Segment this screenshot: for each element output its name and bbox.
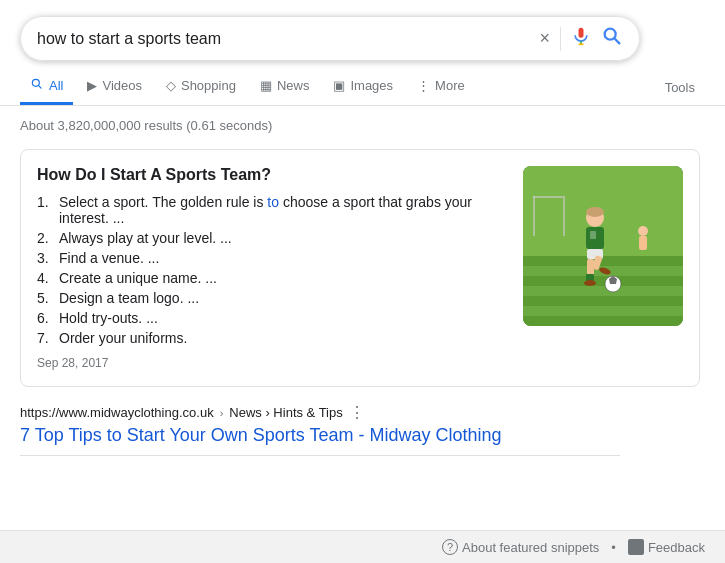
feedback-button[interactable]: Feedback — [628, 539, 705, 555]
list-item: 5. Design a team logo. ... — [37, 290, 507, 306]
svg-rect-26 — [533, 196, 535, 236]
more-icon: ⋮ — [417, 78, 430, 93]
list-num: 6. — [37, 310, 55, 326]
snippet-list: 1. Select a sport. The golden rule is to… — [37, 194, 507, 346]
svg-rect-13 — [639, 236, 647, 250]
feedback-label: Feedback — [648, 540, 705, 555]
result-title-link[interactable]: 7 Top Tips to Start Your Own Sports Team… — [20, 425, 502, 445]
search-submit-icon[interactable] — [601, 25, 623, 52]
svg-point-22 — [584, 280, 596, 286]
snippet-title: How Do I Start A Sports Team? — [37, 166, 507, 184]
shopping-icon: ◇ — [166, 78, 176, 93]
tab-shopping[interactable]: ◇ Shopping — [156, 70, 246, 104]
list-item: 2. Always play at your level. ... — [37, 230, 507, 246]
svg-rect-10 — [523, 286, 683, 296]
snippet-date: Sep 28, 2017 — [37, 356, 507, 370]
tab-more[interactable]: ⋮ More — [407, 70, 475, 104]
news-icon: ▦ — [260, 78, 272, 93]
breadcrumb: News › Hints & Tips — [229, 405, 342, 420]
tab-images-label: Images — [350, 78, 393, 93]
help-icon: ? — [442, 539, 458, 555]
tab-news[interactable]: ▦ News — [250, 70, 320, 104]
nav-tabs: All ▶ Videos ◇ Shopping ▦ News ▣ Images … — [0, 61, 725, 106]
search-bar-wrapper: × — [0, 0, 725, 61]
tab-more-label: More — [435, 78, 465, 93]
tools-button[interactable]: Tools — [655, 72, 705, 103]
list-text: Order your uniforms. — [59, 330, 187, 346]
svg-rect-17 — [590, 231, 596, 239]
list-num: 3. — [37, 250, 55, 266]
svg-rect-11 — [523, 306, 683, 316]
list-num: 5. — [37, 290, 55, 306]
svg-point-12 — [638, 226, 648, 236]
svg-rect-0 — [579, 28, 584, 38]
tab-all[interactable]: All — [20, 69, 73, 105]
footer-dot: • — [611, 540, 616, 555]
videos-icon: ▶ — [87, 78, 97, 93]
snippet-content: How Do I Start A Sports Team? 1. Select … — [37, 166, 507, 370]
divider — [560, 27, 561, 51]
list-item: 7. Order your uniforms. — [37, 330, 507, 346]
tab-videos-label: Videos — [102, 78, 142, 93]
svg-rect-27 — [533, 196, 563, 198]
svg-point-15 — [586, 207, 604, 217]
list-item: 6. Hold try-outs. ... — [37, 310, 507, 326]
search-input[interactable] — [37, 30, 539, 48]
svg-line-6 — [38, 85, 41, 88]
results-area: About 3,820,000,000 results (0.61 second… — [0, 106, 725, 456]
url-text: https://www.midwayclothing.co.uk — [20, 405, 214, 420]
clear-icon[interactable]: × — [539, 28, 550, 49]
list-item: 3. Find a venue. ... — [37, 250, 507, 266]
list-num: 1. — [37, 194, 55, 226]
svg-line-4 — [614, 38, 619, 43]
images-icon: ▣ — [333, 78, 345, 93]
list-text: Hold try-outs. ... — [59, 310, 158, 326]
search-bar: × — [20, 16, 640, 61]
about-featured-snippets[interactable]: ? About featured snippets — [442, 539, 599, 555]
featured-snippet: How Do I Start A Sports Team? 1. Select … — [20, 149, 700, 387]
snippet-image — [523, 166, 683, 326]
tab-videos[interactable]: ▶ Videos — [77, 70, 152, 104]
all-icon — [30, 77, 44, 94]
list-text: Find a venue. ... — [59, 250, 159, 266]
list-text: Always play at your level. ... — [59, 230, 232, 246]
list-num: 4. — [37, 270, 55, 286]
feedback-icon — [628, 539, 644, 555]
result-options-icon[interactable]: ⋮ — [349, 403, 365, 422]
about-snippets-label: About featured snippets — [462, 540, 599, 555]
svg-rect-28 — [563, 196, 565, 236]
result-url: https://www.midwayclothing.co.uk › News … — [20, 403, 620, 422]
breadcrumb-arrow: › — [220, 407, 224, 419]
tab-images[interactable]: ▣ Images — [323, 70, 403, 104]
mic-icon[interactable] — [571, 26, 591, 51]
tab-all-label: All — [49, 78, 63, 93]
list-text: Design a team logo. ... — [59, 290, 199, 306]
list-item: 1. Select a sport. The golden rule is to… — [37, 194, 507, 226]
results-count: About 3,820,000,000 results (0.61 second… — [20, 118, 705, 133]
list-text: Create a unique name. ... — [59, 270, 217, 286]
list-item: 4. Create a unique name. ... — [37, 270, 507, 286]
tab-shopping-label: Shopping — [181, 78, 236, 93]
tab-news-label: News — [277, 78, 310, 93]
list-text: Select a sport. The golden rule is to ch… — [59, 194, 507, 226]
list-num: 2. — [37, 230, 55, 246]
list-num: 7. — [37, 330, 55, 346]
search-icons: × — [539, 25, 623, 52]
result-item: https://www.midwayclothing.co.uk › News … — [20, 403, 620, 447]
footer: ? About featured snippets • Feedback — [0, 530, 725, 563]
divider-line — [20, 455, 620, 456]
